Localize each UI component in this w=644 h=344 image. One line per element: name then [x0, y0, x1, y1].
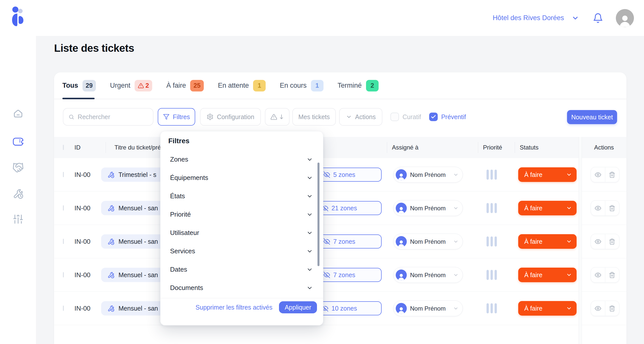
handshake-icon [12, 162, 24, 173]
filters-button[interactable]: Filtres [158, 108, 195, 126]
my-tickets-button[interactable]: Mes tickets [292, 108, 336, 126]
header-status: Statuts [520, 144, 539, 151]
filter-item-services[interactable]: Services [160, 242, 323, 260]
assignee-select[interactable]: Nom Prénom [393, 167, 463, 183]
apply-filters-button[interactable]: Appliquer [279, 301, 317, 313]
view-button[interactable] [591, 268, 605, 282]
view-button[interactable] [591, 234, 605, 249]
delete-button[interactable] [605, 268, 619, 282]
filter-item-etats[interactable]: États [160, 187, 323, 205]
row-checkbox[interactable] [63, 272, 64, 277]
tickets-card: Tous 29 Urgent 2 À faire 25 En attente 1… [54, 72, 626, 344]
row-checkbox[interactable] [63, 172, 64, 177]
panel-scrollbar[interactable] [317, 163, 319, 266]
actions-button[interactable]: Actions [339, 108, 382, 126]
filter-item-documents[interactable]: Documents [160, 279, 323, 297]
tab-a-faire[interactable]: À faire 25 [166, 80, 204, 91]
assignee-select[interactable]: Nom Prénom [393, 301, 463, 316]
chevron-down-icon [566, 205, 572, 211]
status-select[interactable]: À faire [518, 301, 577, 316]
sidebar-item-settings[interactable] [13, 214, 24, 225]
sidebar-item-partners[interactable] [12, 162, 24, 173]
table-row: IN-00 Mensuel - san 7 zones Nom Prénom À… [54, 258, 626, 292]
tab-label: Urgent [110, 82, 130, 89]
user-avatar[interactable] [616, 9, 634, 27]
clear-filters-link[interactable]: Supprimer les filtres activés [195, 304, 272, 311]
filter-item-priorite[interactable]: Priorité [160, 205, 323, 224]
trash-icon [609, 238, 615, 245]
sidebar-item-home[interactable] [12, 108, 24, 119]
notifications-bell-icon[interactable] [593, 13, 603, 23]
row-checkbox[interactable] [63, 306, 64, 311]
tab-en-cours[interactable]: En cours 1 [280, 80, 324, 91]
row-actions [591, 267, 619, 283]
view-button[interactable] [591, 167, 605, 182]
search-input[interactable] [78, 113, 148, 121]
header-priority: Priorité [483, 144, 502, 151]
sidebar-item-maintenance[interactable] [12, 188, 24, 200]
zones-count: 5 zones [333, 171, 355, 178]
filter-item-utilisateur[interactable]: Utilisateur [160, 224, 323, 242]
tab-termine[interactable]: Terminé 2 [338, 80, 379, 91]
sidebar [0, 0, 36, 344]
sidebar-item-tickets[interactable] [12, 135, 24, 146]
arrow-down-icon [279, 114, 284, 120]
delete-button[interactable] [605, 301, 619, 316]
row-checkbox[interactable] [63, 205, 64, 211]
priority-indicator[interactable] [487, 270, 497, 280]
preventive-checkbox[interactable] [429, 113, 438, 121]
topbar: Hôtel des Rives Dorées [0, 0, 644, 36]
view-button[interactable] [591, 201, 605, 216]
preventive-label: Préventif [441, 113, 466, 121]
ticket-id: IN-00 [74, 271, 91, 279]
filter-item-label: Documents [170, 284, 203, 292]
chevron-down-icon [566, 305, 572, 311]
ticket-title: Mensuel - san [118, 205, 158, 212]
status-select[interactable]: À faire [518, 201, 577, 215]
delete-button[interactable] [605, 167, 619, 182]
assignee-avatar [396, 236, 407, 247]
header-id: ID [74, 144, 80, 151]
curative-checkbox-group[interactable]: Curatif [390, 113, 421, 121]
search-icon [68, 114, 74, 120]
trash-icon [609, 272, 615, 278]
priority-indicator[interactable] [487, 303, 497, 313]
home-icon [12, 108, 24, 119]
tab-urgent[interactable]: Urgent 2 [110, 80, 152, 91]
delete-button[interactable] [605, 234, 619, 249]
filter-item-equipements[interactable]: Équipements [160, 169, 323, 187]
account-name[interactable]: Hôtel des Rives Dorées [493, 14, 564, 22]
tab-count-badge: 1 [253, 80, 266, 91]
row-checkbox[interactable] [63, 239, 64, 244]
status-label: À faire [524, 238, 542, 245]
funnel-icon [163, 114, 170, 120]
priority-indicator[interactable] [487, 170, 497, 180]
brand-logo-icon[interactable] [12, 7, 24, 27]
filter-item-label: Dates [170, 266, 187, 273]
select-all-checkbox[interactable] [63, 145, 64, 150]
urgent-sort-button[interactable] [265, 108, 290, 126]
assignee-avatar [396, 169, 407, 180]
status-select[interactable]: À faire [518, 167, 577, 182]
filter-item-zones[interactable]: Zones [160, 150, 323, 169]
configuration-button[interactable]: Configuration [200, 108, 261, 126]
ticket-title: Mensuel - san [118, 305, 158, 312]
priority-indicator[interactable] [487, 236, 497, 247]
assignee-select[interactable]: Nom Prénom [393, 234, 463, 250]
delete-button[interactable] [605, 201, 619, 216]
assignee-select[interactable]: Nom Prénom [393, 267, 463, 283]
ticket-title: Mensuel - san [118, 238, 158, 245]
assignee-select[interactable]: Nom Prénom [393, 200, 463, 216]
chevron-down-icon[interactable] [572, 14, 579, 22]
curative-checkbox[interactable] [390, 113, 399, 121]
filter-item-dates[interactable]: Dates [160, 260, 323, 279]
view-button[interactable] [591, 301, 605, 316]
priority-indicator[interactable] [487, 203, 497, 213]
tab-en-attente[interactable]: En attente 1 [218, 80, 266, 91]
status-select[interactable]: À faire [518, 268, 577, 282]
filter-item-label: Services [170, 247, 195, 255]
status-select[interactable]: À faire [518, 234, 577, 249]
tab-tous[interactable]: Tous 29 [62, 80, 96, 91]
my-tickets-button-label: Mes tickets [298, 113, 330, 121]
preventive-checkbox-group[interactable]: Préventif [429, 113, 466, 121]
